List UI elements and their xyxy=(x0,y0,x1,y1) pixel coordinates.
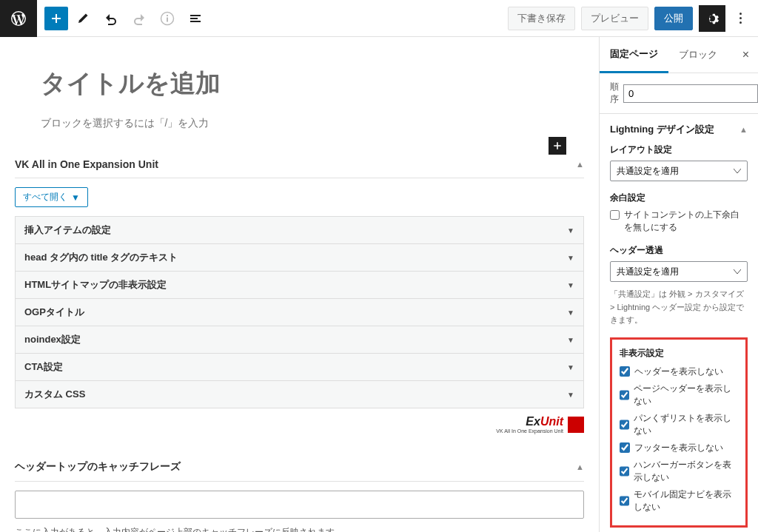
chevron-up-icon: ▲ xyxy=(739,125,748,134)
accordion-label: 挿入アイテムの設定 xyxy=(24,223,111,237)
chevron-up-icon: ▲ xyxy=(576,462,584,471)
accordion-item[interactable]: 挿入アイテムの設定▼ xyxy=(15,216,584,244)
block-hint[interactable]: ブロックを選択するには「/」を入力 xyxy=(41,117,559,130)
redo-button[interactable] xyxy=(126,5,152,32)
layout-select[interactable]: 共通設定を適用 xyxy=(610,161,748,181)
hidden-settings: 非表示設定 ヘッダーを表示しない ページヘッダーを表示しない パンくずリストを表… xyxy=(610,337,748,528)
edit-mode-button[interactable] xyxy=(70,5,96,32)
hide-header-checkbox[interactable] xyxy=(620,366,630,377)
header-transparent-label: ヘッダー透過 xyxy=(610,244,748,257)
order-label: 順序 xyxy=(610,81,619,106)
checkbox-label: モバイル固定ナビを表示しない xyxy=(634,488,738,514)
accordion-label: HTMLサイトマップの非表示設定 xyxy=(24,278,167,292)
checkbox-label: ページヘッダーを表示しない xyxy=(634,383,738,408)
chevron-down-icon: ▼ xyxy=(567,309,574,317)
outline-button[interactable] xyxy=(182,5,209,32)
hidden-settings-label: 非表示設定 xyxy=(620,347,738,360)
outline-icon xyxy=(188,11,203,26)
margin-label: 余白設定 xyxy=(610,192,748,204)
accordion-item[interactable]: カスタム CSS▼ xyxy=(15,380,584,408)
accordion-label: CTA設定 xyxy=(24,360,63,374)
add-block-button[interactable] xyxy=(44,7,68,30)
header-transparent-setting: ヘッダー透過 共通設定を適用 「共通設定」は 外観 > カスタマイズ > Lig… xyxy=(610,244,748,327)
more-menu-button[interactable] xyxy=(731,13,749,24)
chevron-down-icon: ▼ xyxy=(567,391,574,399)
settings-sidebar: 固定ページ ブロック × 順序 Lightning デザイン設定 ▲ レイアウト… xyxy=(599,37,758,532)
redo-icon xyxy=(132,11,147,26)
hidden-checkbox-row[interactable]: ヘッダーを表示しない xyxy=(620,366,738,378)
post-title-input[interactable]: タイトルを追加 xyxy=(41,67,559,101)
header-transparent-note: 「共通設定」は 外観 > カスタマイズ > Lightning ヘッダー設定 か… xyxy=(610,288,748,327)
accordion-item[interactable]: OGPタイトル▼ xyxy=(15,298,584,326)
accordion-item[interactable]: noindex設定▼ xyxy=(15,326,584,354)
undo-icon xyxy=(104,11,118,26)
margin-checkbox[interactable] xyxy=(610,210,620,220)
lightning-section-header[interactable]: Lightning デザイン設定 ▲ xyxy=(610,123,748,136)
hide-hamburger-checkbox[interactable] xyxy=(620,466,629,477)
expand-all-button[interactable]: すべて開く ▼ xyxy=(15,187,88,207)
tab-page[interactable]: 固定ページ xyxy=(600,37,668,73)
lightning-section-title: Lightning デザイン設定 xyxy=(610,123,714,136)
tab-block[interactable]: ブロック xyxy=(668,38,728,72)
accordion-item[interactable]: HTMLサイトマップの非表示設定▼ xyxy=(15,271,584,299)
settings-button[interactable] xyxy=(699,5,725,32)
editor-canvas: タイトルを追加 ブロックを選択するには「/」を入力 VK All in One … xyxy=(0,37,599,532)
checkbox-label: ハンバーガーボタンを表示しない xyxy=(634,459,738,484)
hide-page-header-checkbox[interactable] xyxy=(620,390,629,400)
accordion-label: OGPタイトル xyxy=(24,306,84,319)
gear-icon xyxy=(705,11,720,26)
header-transparent-select[interactable]: 共通設定を適用 xyxy=(610,261,748,282)
plus-icon xyxy=(49,11,64,26)
checkbox-label: ヘッダーを表示しない xyxy=(634,366,723,378)
accordion-list: 挿入アイテムの設定▼ head タグ内の title タグのテキスト▼ HTML… xyxy=(15,216,584,408)
layout-setting: レイアウト設定 共通設定を適用 xyxy=(610,144,748,181)
publish-button[interactable]: 公開 xyxy=(654,7,693,30)
exunit-brand-subtitle: VK All In One Expansion Unit xyxy=(496,428,563,434)
margin-checkbox-row[interactable]: サイトコンテントの上下余白を無しにする xyxy=(610,209,748,234)
chevron-down-icon: ▼ xyxy=(567,281,574,289)
chevron-up-icon: ▲ xyxy=(576,160,584,169)
toolbar-right: 下書き保存 プレビュー 公開 xyxy=(508,5,758,32)
header-catch-header[interactable]: ヘッダートップのキャッチフレーズ ▲ xyxy=(15,454,584,482)
vk-panel-header[interactable]: VK All in One Expansion Unit ▲ xyxy=(15,152,584,178)
order-row: 順序 xyxy=(600,73,758,113)
save-draft-button[interactable]: 下書き保存 xyxy=(508,7,575,30)
undo-button[interactable] xyxy=(98,5,124,32)
sidebar-tabs: 固定ページ ブロック × xyxy=(600,37,758,73)
accordion-label: head タグ内の title タグのテキスト xyxy=(24,251,178,264)
hidden-checkbox-row[interactable]: フッターを表示しない xyxy=(620,442,738,454)
lightning-section: Lightning デザイン設定 ▲ レイアウト設定 共通設定を適用 余白設定 … xyxy=(600,113,758,532)
chevron-down-icon: ▼ xyxy=(567,363,574,371)
hide-footer-checkbox[interactable] xyxy=(620,442,630,453)
hide-breadcrumb-checkbox[interactable] xyxy=(620,420,629,430)
info-button[interactable] xyxy=(154,5,181,32)
hidden-checkbox-row[interactable]: モバイル固定ナビを表示しない xyxy=(620,488,738,514)
expand-all-label: すべて開く xyxy=(23,191,67,203)
accordion-item[interactable]: CTA設定▼ xyxy=(15,353,584,381)
preview-button[interactable]: プレビュー xyxy=(581,7,648,30)
hidden-checkbox-row[interactable]: ハンバーガーボタンを表示しない xyxy=(620,459,738,484)
margin-checkbox-label: サイトコンテントの上下余白を無しにする xyxy=(624,209,748,234)
hidden-checkbox-row[interactable]: ページヘッダーを表示しない xyxy=(620,383,738,408)
accordion-label: カスタム CSS xyxy=(24,388,85,401)
chevron-down-icon: ▼ xyxy=(567,254,574,262)
header-catch-hint: ここに入力があると、入力内容がページ上部のキャッチフレーズに反映されます。 xyxy=(15,526,584,532)
chevron-down-icon: ▼ xyxy=(71,192,80,203)
close-sidebar-button[interactable]: × xyxy=(734,48,758,61)
info-icon xyxy=(160,11,175,26)
vk-exunit-panel: VK All in One Expansion Unit ▲ すべて開く ▼ 挿… xyxy=(15,152,584,434)
header-catch-title: ヘッダートップのキャッチフレーズ xyxy=(15,460,181,474)
accordion-item[interactable]: head タグ内の title タグのテキスト▼ xyxy=(15,243,584,272)
hide-mobile-nav-checkbox[interactable] xyxy=(620,496,629,506)
exunit-brand-suffix: Unit xyxy=(540,415,563,428)
vk-panel-title: VK All in One Expansion Unit xyxy=(15,158,158,170)
header-catch-input[interactable] xyxy=(15,491,584,519)
chevron-down-icon: ▼ xyxy=(567,336,574,344)
title-area: タイトルを追加 ブロックを選択するには「/」を入力 xyxy=(41,37,559,138)
toolbar-left xyxy=(37,5,508,32)
order-input[interactable] xyxy=(623,84,758,103)
layout-label: レイアウト設定 xyxy=(610,144,748,156)
inline-add-block-button[interactable] xyxy=(549,137,566,155)
wordpress-logo[interactable] xyxy=(0,0,37,37)
hidden-checkbox-row[interactable]: パンくずリストを表示しない xyxy=(620,412,738,437)
